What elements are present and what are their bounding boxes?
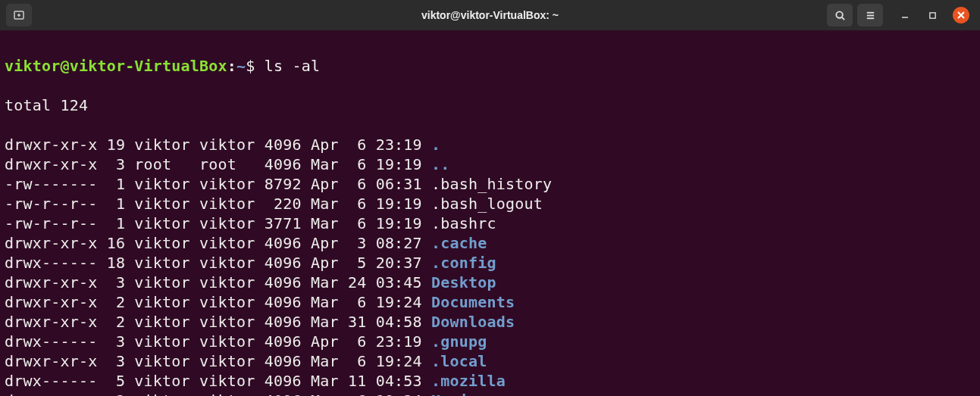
file-meta: drwxr-xr-x 16 viktor viktor 4096 Apr 3 0… [5, 234, 431, 252]
file-name: .bash_logout [431, 195, 543, 213]
terminal-content[interactable]: viktor@viktor-VirtualBox:~$ ls -al total… [0, 30, 980, 396]
maximize-button[interactable] [925, 8, 939, 22]
prompt-line: viktor@viktor-VirtualBox:~$ ls -al [5, 56, 975, 76]
listing-row: drwxr-xr-x 3 root root 4096 Mar 6 19:19 … [5, 154, 975, 174]
window-titlebar: viktor@viktor-VirtualBox: ~ [0, 0, 980, 30]
file-meta: drwxr-xr-x 2 viktor viktor 4096 Mar 31 0… [5, 313, 431, 331]
file-meta: drwxr-xr-x 2 viktor viktor 4096 Mar 6 19… [5, 391, 431, 396]
svg-line-4 [841, 17, 844, 19]
file-name: Documents [431, 293, 515, 311]
file-meta: drwxr-xr-x 3 viktor viktor 4096 Mar 6 19… [5, 352, 431, 370]
command-text: ls -al [265, 57, 320, 75]
window-title: viktor@viktor-VirtualBox: ~ [421, 9, 559, 21]
file-name: . [431, 136, 440, 154]
listing-row: drwx------ 5 viktor viktor 4096 Mar 11 0… [5, 371, 975, 391]
file-meta: drwx------ 18 viktor viktor 4096 Apr 5 2… [5, 254, 431, 272]
listing-row: -rw------- 1 viktor viktor 8792 Apr 6 06… [5, 174, 975, 194]
file-name: .mozilla [431, 372, 506, 390]
file-name: .local [431, 352, 487, 370]
titlebar-left [6, 4, 32, 27]
file-meta: drwxr-xr-x 19 viktor viktor 4096 Apr 6 2… [5, 136, 431, 154]
listing-row: -rw-r--r-- 1 viktor viktor 3771 Mar 6 19… [5, 214, 975, 233]
file-name: .cache [431, 234, 487, 252]
listing-row: drwxr-xr-x 2 viktor viktor 4096 Mar 31 0… [5, 312, 975, 332]
search-button[interactable] [827, 4, 853, 27]
listing-row: drwx------ 3 viktor viktor 4096 Apr 6 23… [5, 332, 975, 351]
file-meta: drwxr-xr-x 3 viktor viktor 4096 Mar 24 0… [5, 273, 431, 292]
file-meta: drwxr-xr-x 2 viktor viktor 4096 Mar 6 19… [5, 293, 431, 311]
prompt-path: ~ [236, 57, 246, 75]
file-name: Music [431, 391, 477, 396]
listing-row: drwxr-xr-x 3 viktor viktor 4096 Mar 24 0… [5, 273, 975, 292]
prompt-symbol: $ [246, 57, 255, 75]
file-meta: drwx------ 3 viktor viktor 4096 Apr 6 23… [5, 332, 431, 351]
file-name: Downloads [431, 313, 515, 331]
listing-row: -rw-r--r-- 1 viktor viktor 220 Mar 6 19:… [5, 194, 975, 214]
file-meta: drwx------ 5 viktor viktor 4096 Mar 11 0… [5, 372, 431, 390]
listing-row: drwxr-xr-x 3 viktor viktor 4096 Mar 6 19… [5, 351, 975, 371]
file-name: Desktop [431, 273, 496, 292]
file-meta: -rw-r--r-- 1 viktor viktor 3771 Mar 6 19… [5, 214, 431, 232]
window-controls [898, 7, 969, 23]
file-name: .gnupg [431, 332, 487, 351]
file-name: .bash_history [431, 175, 552, 193]
listing-row: drwxr-xr-x 19 viktor viktor 4096 Apr 6 2… [5, 135, 975, 154]
file-meta: -rw-r--r-- 1 viktor viktor 220 Mar 6 19:… [5, 195, 431, 213]
titlebar-right [827, 4, 974, 27]
listing-row: drwx------ 18 viktor viktor 4096 Apr 5 2… [5, 253, 975, 273]
file-name: .. [431, 155, 449, 173]
svg-point-3 [836, 11, 842, 17]
file-name: .bashrc [431, 214, 496, 232]
file-meta: -rw------- 1 viktor viktor 8792 Apr 6 06… [5, 175, 431, 193]
svg-rect-9 [929, 12, 935, 17]
new-tab-button[interactable] [6, 4, 32, 27]
file-listing: drwxr-xr-x 19 viktor viktor 4096 Apr 6 2… [5, 135, 975, 396]
close-button[interactable] [953, 7, 969, 23]
total-line: total 124 [5, 95, 975, 115]
listing-row: drwxr-xr-x 16 viktor viktor 4096 Apr 3 0… [5, 233, 975, 253]
prompt-user-host: viktor@viktor-VirtualBox [5, 57, 227, 75]
file-name: .config [431, 254, 496, 272]
minimize-button[interactable] [898, 8, 912, 22]
listing-row: drwxr-xr-x 2 viktor viktor 4096 Mar 6 19… [5, 292, 975, 312]
file-meta: drwxr-xr-x 3 root root 4096 Mar 6 19:19 [5, 155, 431, 173]
listing-row: drwxr-xr-x 2 viktor viktor 4096 Mar 6 19… [5, 391, 975, 396]
prompt-colon: : [227, 57, 236, 75]
menu-button[interactable] [857, 4, 883, 27]
